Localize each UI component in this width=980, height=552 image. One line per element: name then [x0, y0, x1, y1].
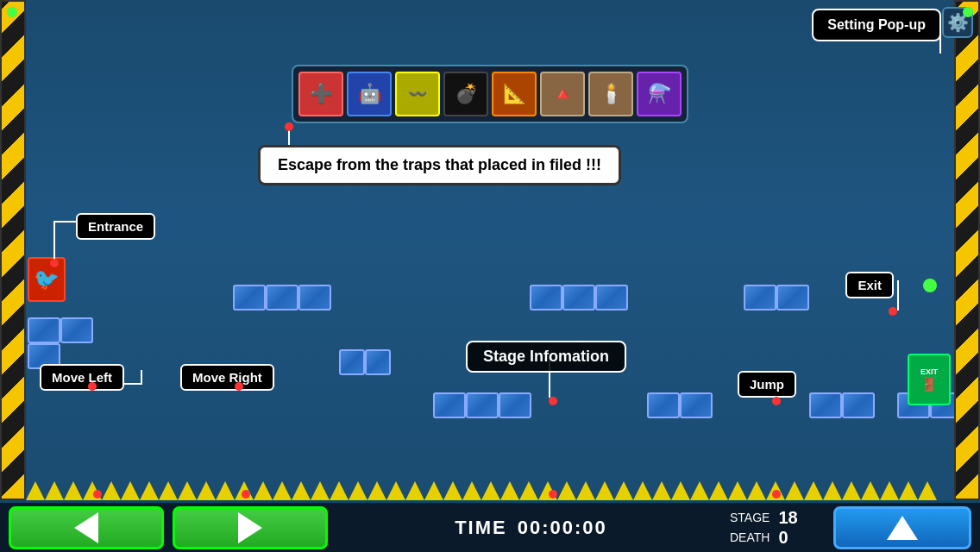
exit-door [923, 279, 937, 292]
status-bar: TIME 00:00:00 STAGE 18 DEATH 0 [0, 500, 980, 552]
tool-bomb[interactable]: 💣 [443, 72, 488, 116]
platform-block [499, 392, 531, 418]
stage-death-info: STAGE 18 DEATH 0 [730, 508, 816, 548]
jump-bottom-dot [772, 490, 781, 499]
platform-block [60, 317, 93, 343]
spikes-row [0, 481, 980, 500]
platform-block [562, 285, 595, 310]
platform-block [365, 349, 391, 375]
move-right-dot [235, 382, 243, 391]
setting-popup-label: Setting Pop-up [827, 17, 926, 32]
tool-health[interactable]: ➕ [298, 72, 343, 116]
stage-info-label: Stage Infomation [466, 341, 626, 373]
stage-value: 18 [778, 508, 797, 528]
platform-block [339, 349, 365, 375]
move-left-button[interactable] [9, 506, 164, 549]
jump-label: Jump [738, 371, 796, 398]
time-section: TIME 00:00:00 [332, 517, 730, 539]
platform-block [647, 392, 680, 418]
entrance-connector-v [53, 221, 55, 262]
stage-info-bottom-dot [549, 490, 557, 499]
description-text: Escape from the traps that placed in fil… [278, 156, 601, 173]
platform-block [776, 285, 809, 310]
platform-block [433, 392, 466, 418]
move-left-label: Move Left [40, 364, 124, 391]
exit-dot [889, 307, 897, 316]
platform-block [466, 392, 499, 418]
platform-block [744, 285, 776, 310]
arrow-up-icon [887, 516, 918, 540]
platform-block [233, 285, 266, 310]
game-container: Setting Pop-up ⚙️ ➕ 🤖 〰️ 💣 📐 🔺 🕯️ ⚗️ Esc… [0, 0, 980, 552]
player-character: 🐦 [28, 257, 66, 302]
tool-coil[interactable]: 〰️ [395, 72, 440, 116]
move-right-label: Move Right [180, 364, 274, 391]
tool-flask[interactable]: ⚗️ [637, 72, 682, 116]
jump-dot [772, 397, 781, 405]
platform-block [595, 285, 628, 310]
exit-label: Exit [845, 272, 894, 298]
exit-connector-v [897, 280, 899, 310]
btn-left-connector-dot [93, 490, 102, 499]
platform-block [842, 392, 875, 418]
connector-dot-desc [285, 122, 293, 131]
platform-block [680, 392, 713, 418]
tool-cone[interactable]: 🔺 [540, 72, 585, 116]
tool-flame[interactable]: 🕯️ [588, 72, 633, 116]
entrance-dot [50, 259, 59, 267]
platform-block [298, 285, 331, 310]
platform-block [28, 317, 60, 343]
time-label: TIME [455, 517, 507, 539]
tool-robot[interactable]: 🤖 [347, 72, 392, 116]
entrance-label: Entrance [76, 213, 155, 240]
stage-label: STAGE [730, 511, 770, 524]
death-value: 0 [778, 528, 788, 548]
platform-block [266, 285, 298, 310]
death-label: DEATH [730, 530, 770, 544]
corner-dot-tr [963, 7, 973, 17]
exit-sign: EXIT 🚪 [908, 354, 951, 405]
description-box: Escape from the traps that placed in fil… [258, 145, 621, 185]
move-right-button[interactable] [173, 506, 328, 549]
move-left-dot [88, 382, 97, 391]
hazard-border-left [0, 0, 26, 500]
move-left-connector-v [141, 370, 142, 384]
entrance-connector-h [53, 221, 78, 223]
setting-popup-button[interactable]: Setting Pop-up [812, 9, 941, 41]
btn-right-connector-dot [242, 490, 250, 499]
tools-bar: ➕ 🤖 〰️ 💣 📐 🔺 🕯️ ⚗️ [292, 65, 688, 123]
platform-block [809, 392, 842, 418]
jump-button[interactable] [833, 506, 971, 549]
time-value: 00:00:00 [518, 517, 607, 539]
arrow-left-icon [74, 512, 98, 543]
tool-fold[interactable]: 📐 [492, 72, 537, 116]
exit-sign-text: EXIT [920, 367, 938, 376]
stage-info-dot [549, 397, 557, 405]
corner-dot-tl [7, 7, 17, 17]
platform-block [530, 285, 562, 310]
arrow-right-icon [238, 512, 262, 543]
hazard-border-right [954, 0, 980, 500]
